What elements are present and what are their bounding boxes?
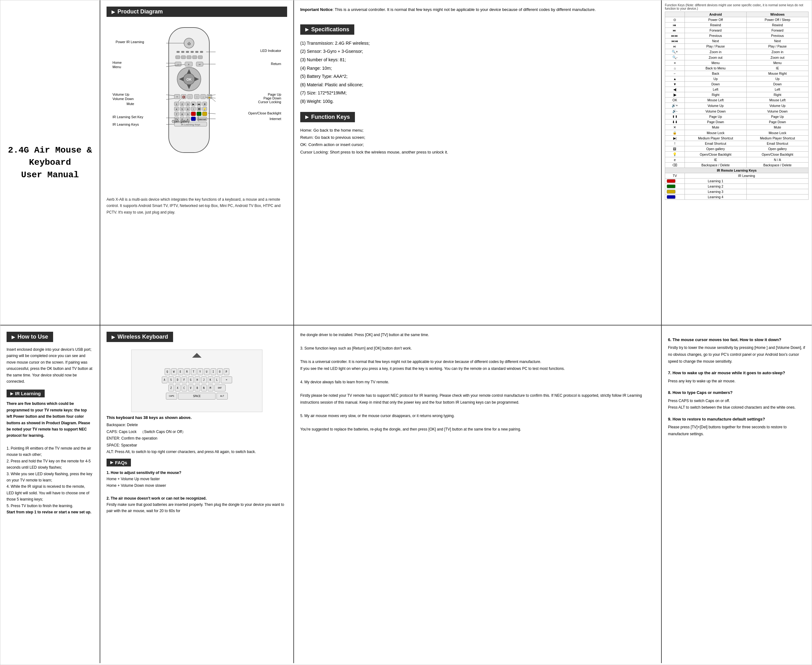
specs-list: (1) Transmission: 2.4G RF wireless; (2) …: [300, 39, 655, 106]
svg-text:5: 5: [181, 108, 183, 111]
svg-rect-70: [197, 112, 201, 116]
svg-rect-71: [203, 112, 207, 116]
fk-windows-2: Forward: [747, 28, 808, 33]
fk-android-15: Mouse Left: [685, 98, 747, 103]
fk-windows-9: IE: [747, 66, 808, 71]
ir-remote-header: IR Remote Learning Keys: [665, 168, 809, 173]
fk-icon-20: ✕: [665, 125, 685, 130]
svg-rect-10: [181, 56, 186, 59]
svg-rect-7: [195, 51, 198, 53]
label-page-down: Page Down: [263, 96, 281, 100]
spec-item-1: (1) Transmission: 2.4G RF wireless;: [300, 39, 655, 48]
svg-text:⏸: ⏸: [203, 103, 206, 106]
fk-android-7: Zoom out: [685, 55, 747, 61]
fk-windows-19: Page Down: [747, 120, 808, 125]
product-diagram-title: Product Diagram: [118, 8, 163, 15]
faq-title: FAQs: [115, 460, 127, 465]
ir-btn-red: [665, 179, 685, 184]
svg-rect-78: [191, 117, 196, 121]
svg-text:🔒: 🔒: [208, 95, 211, 98]
fk-table-row-12: ▼ Down Down: [665, 82, 809, 87]
fk-icon-23: !: [665, 141, 685, 146]
fk-windows-6: Zoom in: [747, 49, 808, 55]
fk-android-10: Back: [685, 71, 747, 76]
faq-body: 1. How to adjust sensitivity of the mous…: [106, 470, 287, 514]
fk-icon-2: ⏭: [665, 28, 685, 33]
fk-windows-1: Rewind: [747, 23, 808, 28]
product-title: 2.4G Air Mouse & Keyboard User Manual: [7, 144, 93, 181]
fk-android-12: Down: [685, 82, 747, 87]
fk-windows-20: Mute: [747, 125, 808, 130]
fk-icon-21: 🔒: [665, 130, 685, 136]
label-vol-up: Volume Up: [113, 93, 129, 96]
fk-table-row-27: ⌫ Backspace / Delete Backspace / Delete: [665, 162, 809, 168]
fk-windows-23: Email Shortcut: [747, 141, 808, 146]
faq-q2: 2. The air mouse doesn't work or can not…: [106, 496, 206, 501]
fk-table-row-0: ⊙ Power Off Power Off / Sleep: [665, 17, 809, 23]
fk-item-2: Return: Go back to previous screen;: [300, 134, 655, 141]
fk-windows-15: Mouse Left: [747, 98, 808, 103]
fk-android-20: Mute: [685, 125, 747, 130]
svg-text:💡: 💡: [203, 108, 206, 111]
fk-android-5: Play / Pause: [685, 44, 747, 49]
svg-text:⏻: ⏻: [188, 42, 191, 45]
ir-row-yellow: Learning 3: [665, 189, 809, 195]
fk-table-row-16: 🔊+ Volume Up Volume Up: [665, 103, 809, 108]
fk-android-0: Power Off: [685, 17, 747, 23]
ir-step-4: 4. While the IR signal is received to th…: [7, 483, 93, 503]
label-power-ir: Power IR Learning: [116, 40, 144, 44]
fk-icon-10: ←: [665, 71, 685, 76]
fk-table-row-22: ▶| Medium Player Shortcut Medium Player …: [665, 136, 809, 141]
ir-step-6: Start from step 1 to revise or start a n…: [7, 510, 91, 514]
fk-table-note: Function Keys (Note: different devices m…: [665, 3, 809, 10]
ir-learning-label: IR Learning: [685, 173, 808, 179]
function-keys-title: Function Keys: [311, 114, 350, 120]
fk-table-row-5: ⏯ Play / Pause Play / Pause: [665, 44, 809, 49]
fk-android-3: Previous: [685, 33, 747, 38]
spec-item-4: (4) Range: 10m;: [300, 64, 655, 72]
label-vol-down: Volume Down: [113, 97, 134, 101]
svg-rect-9: [176, 56, 180, 59]
fk-icon-12: ▼: [665, 82, 685, 87]
faq-header: FAQs: [106, 459, 131, 467]
ir-learning-title: IR Learning: [15, 391, 41, 396]
fk-icon-27: ⌫: [665, 162, 685, 168]
fk-col-icon: [665, 12, 685, 17]
kb-detail-3: SPACE: Spacebar: [106, 442, 287, 449]
spec-item-6: (6) Material: Plastic and silicone;: [300, 81, 655, 89]
title-line1: 2.4G Air Mouse & Keyboard: [8, 146, 92, 167]
kb-detail-2: ENTER: Confirm the operation: [106, 435, 287, 442]
specifications-header: Specifications: [300, 25, 354, 35]
svg-rect-6: [191, 51, 194, 53]
svg-rect-3: [176, 51, 180, 53]
fk-item-4: Cursor Locking: Short press to lock the …: [300, 149, 655, 156]
fk-windows-21: Mouse Lock: [747, 130, 808, 136]
fk-table-row-3: ⏭⏭ Previous Previous: [665, 33, 809, 38]
fk-icon-19: ⬇⬇: [665, 120, 685, 125]
fk-windows-5: Play / Pause: [747, 44, 808, 49]
fk-windows-24: Open gallery: [747, 146, 808, 152]
product-diagram-header: Product Diagram: [106, 7, 287, 17]
label-page-up: Page Up: [268, 93, 281, 96]
fk-icon-6: 🔍+: [665, 49, 685, 55]
ir-green-label: Learning 2: [685, 184, 747, 189]
remote-svg-area: ⏻: [109, 25, 284, 187]
tip-6-title: 6. The mouse cursor moves too fast. How …: [668, 336, 805, 343]
svg-text:8: 8: [181, 113, 183, 116]
function-keys-header: Function Keys: [300, 112, 355, 122]
fk-windows-3: Previous: [747, 33, 808, 38]
fk-icon-15: OK: [665, 98, 685, 103]
fk-windows-18: Page Up: [747, 114, 808, 120]
how-to-use-title: How to Use: [18, 334, 48, 340]
svg-text:IR Learning Keys: IR Learning Keys: [181, 123, 200, 126]
fk-table-row-8: ≡ Menu Menu: [665, 61, 809, 66]
ir-step-2: 2. Press and hold the TV key on the remo…: [7, 458, 93, 471]
kb-detail-0: Backspace: Delete: [106, 422, 287, 429]
faq-a2: Firstly make sure that good batteries ar…: [106, 501, 287, 514]
fk-windows-10: Mouse Right: [747, 71, 808, 76]
svg-text:4: 4: [176, 108, 178, 111]
ir-row-blue: Learning 4: [665, 195, 809, 200]
remote-diagram-container: ⏻: [106, 25, 287, 187]
fk-windows-16: Volume Up: [747, 103, 808, 108]
fk-table-row-25: 💡 Open/Close Backlight Open/Close Backli…: [665, 152, 809, 157]
